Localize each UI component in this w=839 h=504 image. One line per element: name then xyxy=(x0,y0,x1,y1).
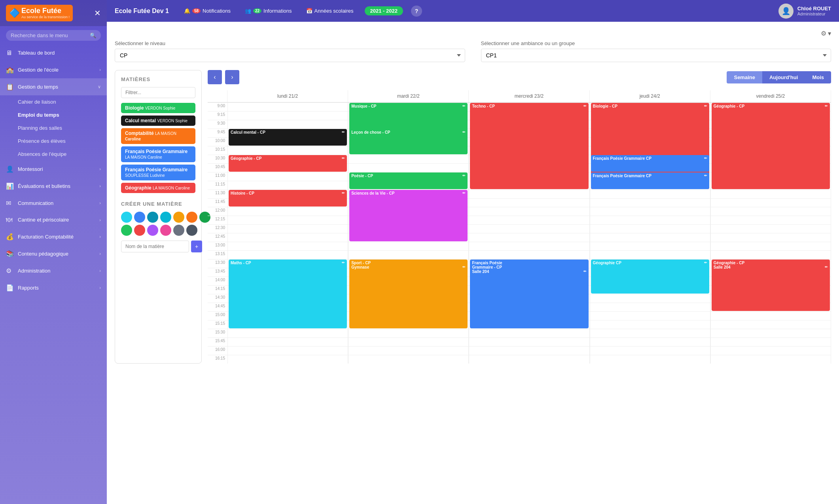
notifications-button[interactable]: 🔔 58 Notifications xyxy=(181,6,234,16)
edit-icon: ✏ xyxy=(583,269,587,273)
sidebar-item-cahier-liaison[interactable]: Cahier de liaison xyxy=(18,95,107,108)
sidebar-item-cantine[interactable]: 🍽 Cantine et périscolaire › xyxy=(0,212,107,228)
edit-icon: ✏ xyxy=(342,191,345,195)
color-dot[interactable] xyxy=(160,212,171,223)
time-slot: 9:15 xyxy=(208,111,227,120)
day-slot xyxy=(469,242,589,250)
calendar-event[interactable]: Français Poésie Grammaire CP ✏ xyxy=(591,172,709,189)
color-dot[interactable] xyxy=(186,225,197,236)
color-dot[interactable] xyxy=(121,225,132,236)
sidebar-item-label: Administration xyxy=(18,268,95,274)
time-slot: 16:15 xyxy=(208,355,227,364)
matiere-item[interactable]: Français Poésie Grammaire LA MAISON Caro… xyxy=(121,146,195,162)
chevron-right-icon: › xyxy=(99,201,101,205)
sidebar: 🔷 Ecole Futée Au service de la transmiss… xyxy=(0,0,107,504)
help-button[interactable]: ? xyxy=(411,6,422,17)
calendar-event[interactable]: Maths - CP ✏ xyxy=(229,260,347,328)
sidebar-item-montessori[interactable]: 👤 Montessori › xyxy=(0,161,107,178)
ambiance-label: Sélectionner une ambiance ou un groupe xyxy=(481,40,831,46)
sidebar-item-gestion-ecole[interactable]: 🏫 Gestion de l'école › xyxy=(0,61,107,78)
calendar-event[interactable]: Leçon de chose - CP ✏ xyxy=(349,129,468,154)
sidebar-item-label: Contenu pédagogique xyxy=(18,251,95,257)
color-dot[interactable] xyxy=(173,225,184,236)
day-slot xyxy=(711,216,831,224)
time-slot: 9:30 xyxy=(208,120,227,129)
color-dot[interactable] xyxy=(173,212,184,223)
year-button[interactable]: 2021 - 2022 xyxy=(365,6,403,15)
matiere-item[interactable]: Biologie VERDON Sophie xyxy=(121,103,195,113)
matiere-name-row: + xyxy=(121,241,195,252)
next-week-button[interactable]: › xyxy=(225,70,239,84)
calendar-event[interactable]: Sport - CPGymnase ✏ xyxy=(349,260,468,328)
calendar-event[interactable]: Sciences de la Vie - CP ✏ xyxy=(349,190,468,241)
sidebar-item-presence-eleves[interactable]: Présence des élèves xyxy=(18,135,107,148)
matieres-filter-input[interactable] xyxy=(121,87,195,98)
time-slot: 10:15 xyxy=(208,146,227,155)
color-dot[interactable] xyxy=(134,212,145,223)
calendar-event[interactable]: Poésie - CP ✏ xyxy=(349,172,468,189)
day-column: Musique - CP ✏Leçon de chose - CP ✏Poési… xyxy=(348,102,469,364)
color-dot[interactable] xyxy=(147,225,158,236)
sidebar-item-rapports[interactable]: 📄 Rapports › xyxy=(0,279,107,296)
calendar-event[interactable]: Histoire - CP ✏ xyxy=(229,190,347,207)
day-slot xyxy=(711,242,831,250)
color-dot[interactable] xyxy=(186,212,197,223)
color-dot[interactable] xyxy=(134,225,145,236)
time-slot: 9:00 xyxy=(208,102,227,111)
settings-icon[interactable]: ⚙ ▾ xyxy=(821,30,831,37)
day-slot xyxy=(711,224,831,233)
informations-button[interactable]: 👥 22 Informations xyxy=(242,6,295,16)
prev-week-button[interactable]: ‹ xyxy=(208,70,222,84)
matiere-item[interactable]: Calcul mental VERDON Sophie xyxy=(121,116,195,126)
day-slot xyxy=(228,329,348,337)
sidebar-item-administration[interactable]: ⚙ Administration › xyxy=(0,262,107,279)
view-aujourdhui-button[interactable]: Aujourd'hui xyxy=(762,71,805,83)
calendar-event[interactable]: Techno - CP ✏ xyxy=(470,103,588,189)
view-mois-button[interactable]: Mois xyxy=(805,71,831,83)
color-dot[interactable] xyxy=(147,212,158,223)
sidebar-item-emploi-du-temps[interactable]: Emploi du temps xyxy=(18,108,107,121)
annees-button[interactable]: 📅 Années scolaires xyxy=(303,6,357,16)
sidebar-item-contenu[interactable]: 📚 Contenu pédagogique › xyxy=(0,245,107,262)
day-slot xyxy=(228,242,348,250)
calendar-event[interactable]: Français Poésie Grammaire CP ✏ xyxy=(591,155,709,172)
view-semaine-button[interactable]: Semaine xyxy=(727,71,762,83)
matiere-item[interactable]: Géographie LA MAISON Caroline xyxy=(121,183,195,193)
day-slot xyxy=(228,146,348,155)
color-dot[interactable] xyxy=(121,212,132,223)
sidebar-item-tableau-de-bord[interactable]: 🖥 Tableau de bord xyxy=(0,45,107,61)
sidebar-item-planning-salles[interactable]: Planning des salles xyxy=(18,121,107,135)
edit-icon: ✏ xyxy=(462,174,466,178)
matiere-teacher: VERDON Sophie xyxy=(145,106,176,110)
calendar-event[interactable]: Géographie - CP ✏ xyxy=(229,155,347,172)
matiere-item[interactable]: Comptabilité LA MAISONCaroline xyxy=(121,128,195,144)
calendar-event[interactable]: Géographie CP ✏ xyxy=(591,260,709,294)
calendar-event[interactable]: Géographie - CPSalle 204 ✏ xyxy=(712,260,830,311)
matiere-item[interactable]: Français Poésie Grammaire SOUPLESSE Ludi… xyxy=(121,165,195,180)
ambiance-select[interactable]: CP1 xyxy=(481,49,831,62)
calendar-event[interactable]: Français PoésieGrammaire - CPSalle 204 ✏ xyxy=(470,260,588,328)
sidebar-close-button[interactable]: ✕ xyxy=(94,8,101,18)
niveau-select[interactable]: CP xyxy=(115,49,465,62)
calendar-event[interactable]: Calcul mental - CP ✏ xyxy=(229,129,347,146)
time-slot: 11:45 xyxy=(208,198,227,207)
chevron-right-icon: › xyxy=(99,268,101,273)
sidebar-item-gestion-temps[interactable]: 📋 Gestion du temps ∨ xyxy=(0,78,107,95)
calendar-day-header: mercredi 23/2 xyxy=(469,90,589,102)
day-slot xyxy=(469,346,589,355)
day-slot xyxy=(228,120,348,129)
calendar-event[interactable]: Géographie - CP ✏ xyxy=(712,103,830,189)
day-slot xyxy=(469,250,589,259)
day-slot xyxy=(348,355,468,364)
color-dot[interactable] xyxy=(160,225,171,236)
day-slot xyxy=(469,355,589,364)
add-matiere-button[interactable]: + xyxy=(191,241,202,252)
sidebar-item-facturation[interactable]: 💰 Facturation Comptabilité › xyxy=(0,228,107,245)
sidebar-item-evaluations[interactable]: 📊 Évaluations et bulletins › xyxy=(0,178,107,195)
schedule-wrapper: MATIÈRES Biologie VERDON Sophie Calcul m… xyxy=(115,70,831,364)
sidebar-item-communication[interactable]: ✉ Communication › xyxy=(0,195,107,212)
sidebar-item-absences-equipe[interactable]: Absences de l'équipe xyxy=(18,148,107,161)
matiere-name-input[interactable] xyxy=(121,241,189,252)
search-input[interactable] xyxy=(11,32,87,38)
edit-icon: ✏ xyxy=(825,104,828,108)
